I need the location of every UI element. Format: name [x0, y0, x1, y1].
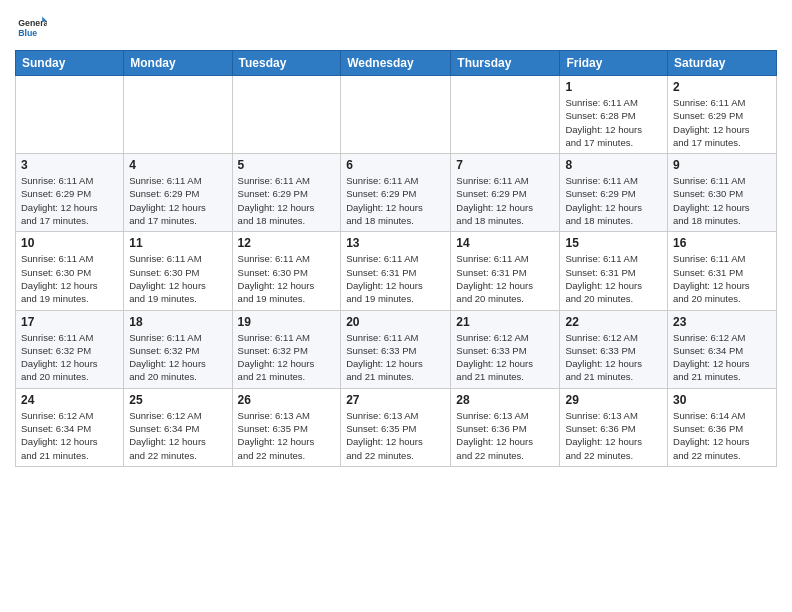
day-info: Sunrise: 6:11 AM Sunset: 6:28 PM Dayligh…: [565, 96, 662, 149]
day-number: 16: [673, 236, 771, 250]
day-cell: [341, 76, 451, 154]
day-number: 10: [21, 236, 118, 250]
weekday-header-tuesday: Tuesday: [232, 51, 341, 76]
day-cell: [124, 76, 232, 154]
day-number: 30: [673, 393, 771, 407]
day-number: 13: [346, 236, 445, 250]
day-info: Sunrise: 6:11 AM Sunset: 6:31 PM Dayligh…: [456, 252, 554, 305]
day-number: 7: [456, 158, 554, 172]
day-cell: 12Sunrise: 6:11 AM Sunset: 6:30 PM Dayli…: [232, 232, 341, 310]
calendar: SundayMondayTuesdayWednesdayThursdayFrid…: [15, 50, 777, 467]
day-number: 4: [129, 158, 226, 172]
day-cell: 13Sunrise: 6:11 AM Sunset: 6:31 PM Dayli…: [341, 232, 451, 310]
day-number: 15: [565, 236, 662, 250]
day-info: Sunrise: 6:13 AM Sunset: 6:36 PM Dayligh…: [456, 409, 554, 462]
day-cell: [451, 76, 560, 154]
day-info: Sunrise: 6:11 AM Sunset: 6:31 PM Dayligh…: [565, 252, 662, 305]
day-cell: [232, 76, 341, 154]
day-cell: 7Sunrise: 6:11 AM Sunset: 6:29 PM Daylig…: [451, 154, 560, 232]
day-info: Sunrise: 6:11 AM Sunset: 6:32 PM Dayligh…: [129, 331, 226, 384]
weekday-header-friday: Friday: [560, 51, 668, 76]
day-info: Sunrise: 6:12 AM Sunset: 6:34 PM Dayligh…: [129, 409, 226, 462]
day-cell: 2Sunrise: 6:11 AM Sunset: 6:29 PM Daylig…: [668, 76, 777, 154]
day-cell: 21Sunrise: 6:12 AM Sunset: 6:33 PM Dayli…: [451, 310, 560, 388]
day-info: Sunrise: 6:11 AM Sunset: 6:29 PM Dayligh…: [346, 174, 445, 227]
day-cell: 20Sunrise: 6:11 AM Sunset: 6:33 PM Dayli…: [341, 310, 451, 388]
day-number: 12: [238, 236, 336, 250]
day-info: Sunrise: 6:11 AM Sunset: 6:32 PM Dayligh…: [238, 331, 336, 384]
weekday-header-row: SundayMondayTuesdayWednesdayThursdayFrid…: [16, 51, 777, 76]
day-number: 14: [456, 236, 554, 250]
day-cell: 26Sunrise: 6:13 AM Sunset: 6:35 PM Dayli…: [232, 388, 341, 466]
day-number: 5: [238, 158, 336, 172]
day-info: Sunrise: 6:11 AM Sunset: 6:32 PM Dayligh…: [21, 331, 118, 384]
day-info: Sunrise: 6:11 AM Sunset: 6:30 PM Dayligh…: [238, 252, 336, 305]
day-cell: 11Sunrise: 6:11 AM Sunset: 6:30 PM Dayli…: [124, 232, 232, 310]
weekday-header-wednesday: Wednesday: [341, 51, 451, 76]
day-info: Sunrise: 6:11 AM Sunset: 6:29 PM Dayligh…: [129, 174, 226, 227]
day-info: Sunrise: 6:11 AM Sunset: 6:29 PM Dayligh…: [673, 96, 771, 149]
day-cell: 4Sunrise: 6:11 AM Sunset: 6:29 PM Daylig…: [124, 154, 232, 232]
day-cell: 25Sunrise: 6:12 AM Sunset: 6:34 PM Dayli…: [124, 388, 232, 466]
day-cell: 24Sunrise: 6:12 AM Sunset: 6:34 PM Dayli…: [16, 388, 124, 466]
day-cell: 6Sunrise: 6:11 AM Sunset: 6:29 PM Daylig…: [341, 154, 451, 232]
weekday-header-sunday: Sunday: [16, 51, 124, 76]
day-cell: 19Sunrise: 6:11 AM Sunset: 6:32 PM Dayli…: [232, 310, 341, 388]
day-cell: 29Sunrise: 6:13 AM Sunset: 6:36 PM Dayli…: [560, 388, 668, 466]
week-row-1: 3Sunrise: 6:11 AM Sunset: 6:29 PM Daylig…: [16, 154, 777, 232]
day-cell: [16, 76, 124, 154]
day-info: Sunrise: 6:12 AM Sunset: 6:34 PM Dayligh…: [21, 409, 118, 462]
day-number: 11: [129, 236, 226, 250]
week-row-0: 1Sunrise: 6:11 AM Sunset: 6:28 PM Daylig…: [16, 76, 777, 154]
day-cell: 22Sunrise: 6:12 AM Sunset: 6:33 PM Dayli…: [560, 310, 668, 388]
day-cell: 15Sunrise: 6:11 AM Sunset: 6:31 PM Dayli…: [560, 232, 668, 310]
day-number: 27: [346, 393, 445, 407]
day-number: 19: [238, 315, 336, 329]
header: General Blue: [15, 10, 777, 42]
day-cell: 28Sunrise: 6:13 AM Sunset: 6:36 PM Dayli…: [451, 388, 560, 466]
week-row-2: 10Sunrise: 6:11 AM Sunset: 6:30 PM Dayli…: [16, 232, 777, 310]
day-info: Sunrise: 6:13 AM Sunset: 6:35 PM Dayligh…: [346, 409, 445, 462]
day-number: 18: [129, 315, 226, 329]
day-info: Sunrise: 6:11 AM Sunset: 6:31 PM Dayligh…: [673, 252, 771, 305]
day-number: 17: [21, 315, 118, 329]
page: General Blue SundayMondayTuesdayWednesda…: [0, 0, 792, 482]
day-info: Sunrise: 6:11 AM Sunset: 6:33 PM Dayligh…: [346, 331, 445, 384]
weekday-header-saturday: Saturday: [668, 51, 777, 76]
day-number: 6: [346, 158, 445, 172]
day-info: Sunrise: 6:11 AM Sunset: 6:31 PM Dayligh…: [346, 252, 445, 305]
day-cell: 8Sunrise: 6:11 AM Sunset: 6:29 PM Daylig…: [560, 154, 668, 232]
day-number: 26: [238, 393, 336, 407]
day-cell: 18Sunrise: 6:11 AM Sunset: 6:32 PM Dayli…: [124, 310, 232, 388]
week-row-4: 24Sunrise: 6:12 AM Sunset: 6:34 PM Dayli…: [16, 388, 777, 466]
day-cell: 5Sunrise: 6:11 AM Sunset: 6:29 PM Daylig…: [232, 154, 341, 232]
day-info: Sunrise: 6:12 AM Sunset: 6:33 PM Dayligh…: [456, 331, 554, 384]
day-number: 1: [565, 80, 662, 94]
day-info: Sunrise: 6:11 AM Sunset: 6:30 PM Dayligh…: [673, 174, 771, 227]
day-cell: 14Sunrise: 6:11 AM Sunset: 6:31 PM Dayli…: [451, 232, 560, 310]
day-number: 29: [565, 393, 662, 407]
logo: General Blue: [15, 10, 51, 42]
day-number: 9: [673, 158, 771, 172]
day-number: 25: [129, 393, 226, 407]
day-number: 3: [21, 158, 118, 172]
logo-icon: General Blue: [15, 10, 47, 42]
day-cell: 27Sunrise: 6:13 AM Sunset: 6:35 PM Dayli…: [341, 388, 451, 466]
day-number: 8: [565, 158, 662, 172]
day-info: Sunrise: 6:13 AM Sunset: 6:35 PM Dayligh…: [238, 409, 336, 462]
weekday-header-monday: Monday: [124, 51, 232, 76]
day-info: Sunrise: 6:13 AM Sunset: 6:36 PM Dayligh…: [565, 409, 662, 462]
day-info: Sunrise: 6:11 AM Sunset: 6:29 PM Dayligh…: [565, 174, 662, 227]
day-number: 23: [673, 315, 771, 329]
day-cell: 1Sunrise: 6:11 AM Sunset: 6:28 PM Daylig…: [560, 76, 668, 154]
day-cell: 17Sunrise: 6:11 AM Sunset: 6:32 PM Dayli…: [16, 310, 124, 388]
day-cell: 30Sunrise: 6:14 AM Sunset: 6:36 PM Dayli…: [668, 388, 777, 466]
day-info: Sunrise: 6:11 AM Sunset: 6:30 PM Dayligh…: [21, 252, 118, 305]
day-info: Sunrise: 6:11 AM Sunset: 6:29 PM Dayligh…: [21, 174, 118, 227]
day-info: Sunrise: 6:12 AM Sunset: 6:33 PM Dayligh…: [565, 331, 662, 384]
day-number: 21: [456, 315, 554, 329]
day-info: Sunrise: 6:12 AM Sunset: 6:34 PM Dayligh…: [673, 331, 771, 384]
day-cell: 16Sunrise: 6:11 AM Sunset: 6:31 PM Dayli…: [668, 232, 777, 310]
day-number: 2: [673, 80, 771, 94]
day-cell: 3Sunrise: 6:11 AM Sunset: 6:29 PM Daylig…: [16, 154, 124, 232]
